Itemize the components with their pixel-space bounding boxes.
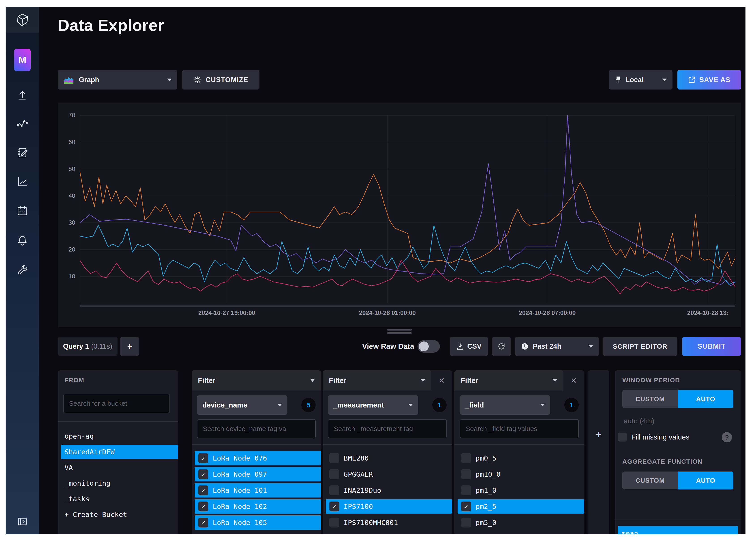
divider	[454, 444, 584, 445]
close-filter-icon[interactable]: ×	[563, 370, 584, 390]
submit-button[interactable]: SUBMIT	[682, 337, 741, 356]
tag-value-search-input[interactable]	[328, 419, 447, 438]
checkbox-checked[interactable]: ✓	[329, 501, 339, 511]
add-filter-column: +	[588, 370, 609, 534]
influxdb-logo-icon[interactable]	[6, 7, 39, 33]
tag-value-item[interactable]: BME280	[326, 451, 452, 465]
tag-value-item[interactable]: ✓LoRa Node 097	[195, 467, 321, 481]
checkbox-checked[interactable]: ✓	[198, 501, 208, 511]
notebooks-icon[interactable]	[6, 144, 39, 162]
view-raw-data-toggle[interactable]	[418, 340, 440, 353]
filter-type-dropdown[interactable]: Filter	[323, 370, 431, 390]
tag-value-item[interactable]: ✓pm2_5	[458, 499, 584, 514]
add-filter-button[interactable]: +	[588, 428, 609, 441]
alerts-bell-icon[interactable]	[6, 232, 39, 249]
chart-panel: 10203040506070 2024-10-27 19:00:002024-1…	[58, 103, 741, 327]
bucket-item-selected[interactable]: SharedAirDFW	[61, 445, 178, 459]
tasks-calendar-icon[interactable]	[6, 202, 39, 220]
data-explorer-icon[interactable]	[6, 115, 39, 133]
checkbox-unchecked[interactable]	[461, 469, 471, 479]
panel-resize-handle[interactable]	[387, 329, 412, 336]
checkbox-unchecked[interactable]	[461, 485, 471, 495]
tag-value-item[interactable]: ✓LoRa Node 105	[195, 515, 321, 530]
checkbox-checked[interactable]: ✓	[198, 485, 208, 495]
tag-value-item[interactable]: pm5_0	[458, 515, 584, 530]
bucket-item[interactable]: VA	[61, 460, 178, 475]
bucket-item[interactable]: _monitoring	[61, 476, 178, 490]
influxdb-app-window: M Data Explorer	[6, 7, 745, 534]
divider	[323, 444, 452, 445]
checkbox-unchecked[interactable]	[461, 518, 471, 527]
tag-value-item[interactable]: ✓LoRa Node 076	[195, 451, 321, 465]
help-icon[interactable]: ?	[722, 432, 732, 442]
tag-value-item[interactable]: pm1_0	[458, 483, 584, 497]
checkbox-checked[interactable]: ✓	[198, 453, 208, 463]
auto-window-value: auto (4m)	[624, 417, 654, 425]
window-period-title: WINDOW PERIOD	[622, 377, 680, 384]
checkbox-unchecked[interactable]	[461, 453, 471, 463]
filter-type-dropdown[interactable]: Filter	[454, 370, 563, 390]
clock-icon	[521, 342, 529, 350]
tag-value-item[interactable]: ✓LoRa Node 102	[195, 499, 321, 514]
tag-value-item[interactable]: ✓IPS7100	[326, 499, 452, 514]
chart-scrollbar[interactable]	[80, 304, 735, 307]
tag-value-item[interactable]: ✓LoRa Node 101	[195, 483, 321, 497]
checkbox-checked[interactable]: ✓	[198, 518, 208, 527]
bucket-item[interactable]: _tasks	[61, 492, 178, 506]
chevron-down-icon	[421, 379, 425, 382]
tag-key-dropdown[interactable]: _measurement	[328, 395, 418, 415]
view-type-dropdown[interactable]: Graph	[58, 70, 177, 90]
time-range-dropdown[interactable]: Past 24h	[515, 337, 599, 356]
x-axis-labels: 2024-10-27 19:00:002024-10-28 01:00:0020…	[80, 309, 735, 319]
tag-value-search-input[interactable]	[197, 419, 316, 438]
tag-value-item[interactable]: INA219Duo	[326, 483, 452, 497]
custom-segment-button[interactable]: CUSTOM	[622, 471, 678, 489]
close-filter-icon[interactable]: ×	[431, 370, 452, 390]
save-as-button[interactable]: SAVE AS	[677, 70, 741, 90]
tag-value-search-input[interactable]	[460, 419, 579, 438]
checkbox-unchecked[interactable]	[618, 433, 627, 441]
checkbox-checked[interactable]: ✓	[461, 501, 471, 511]
query-tab[interactable]: Query 1 (0.11s)	[58, 337, 118, 356]
aggregate-function-title: AGGREGATE FUNCTION	[622, 458, 702, 465]
toolbar: Graph CUSTOMIZE Local SAVE AS	[6, 70, 745, 90]
selected-count-badge: 1	[432, 398, 447, 412]
checkbox-checked[interactable]: ✓	[198, 469, 208, 479]
from-title: FROM	[64, 377, 84, 384]
bucket-item[interactable]: open-aq	[61, 429, 178, 443]
checkbox-unchecked[interactable]	[329, 518, 339, 527]
view-type-label: Graph	[79, 76, 99, 84]
graph-type-icon	[64, 76, 74, 84]
create-bucket-item[interactable]: + Create Bucket	[61, 507, 178, 522]
auto-segment-button[interactable]: AUTO	[678, 390, 733, 408]
bucket-search-input[interactable]	[63, 394, 170, 413]
chevron-down-icon	[540, 404, 545, 406]
tag-value-item[interactable]: pm0_5	[458, 451, 584, 465]
timezone-dropdown[interactable]: Local	[609, 70, 672, 90]
checkbox-unchecked[interactable]	[329, 485, 339, 495]
checkbox-unchecked[interactable]	[329, 469, 339, 479]
checkbox-unchecked[interactable]	[329, 453, 339, 463]
tag-key-dropdown[interactable]: device_name	[197, 395, 287, 415]
refresh-button[interactable]	[492, 337, 511, 356]
tag-value-item[interactable]: IPS7100MHC001	[326, 515, 452, 530]
script-editor-button[interactable]: SCRIPT EDITOR	[603, 337, 677, 356]
expand-sidebar-icon[interactable]	[6, 512, 39, 530]
tag-value-item[interactable]: pm10_0	[458, 467, 584, 481]
avatar[interactable]: M	[14, 49, 31, 71]
auto-segment-button[interactable]: AUTO	[678, 471, 733, 489]
toggle-knob	[419, 341, 429, 351]
csv-download-button[interactable]: CSV	[450, 337, 488, 356]
aggregate-function-item-selected[interactable]: mean	[618, 526, 738, 534]
dashboards-icon[interactable]	[6, 173, 39, 191]
filter-panel-measurement: Filter × _measurement 1 BME280 GPGGALR I…	[323, 370, 452, 534]
customize-button[interactable]: CUSTOMIZE	[182, 70, 259, 90]
tag-value-item[interactable]: GPGGALR	[326, 467, 452, 481]
settings-wrench-icon[interactable]	[6, 261, 39, 279]
filter-type-dropdown[interactable]: Filter	[192, 370, 321, 390]
chevron-down-icon	[278, 404, 282, 406]
selected-count-badge: 5	[301, 398, 316, 412]
add-query-button[interactable]: +	[120, 337, 139, 356]
custom-segment-button[interactable]: CUSTOM	[622, 390, 678, 408]
tag-key-dropdown[interactable]: _field	[460, 395, 550, 415]
